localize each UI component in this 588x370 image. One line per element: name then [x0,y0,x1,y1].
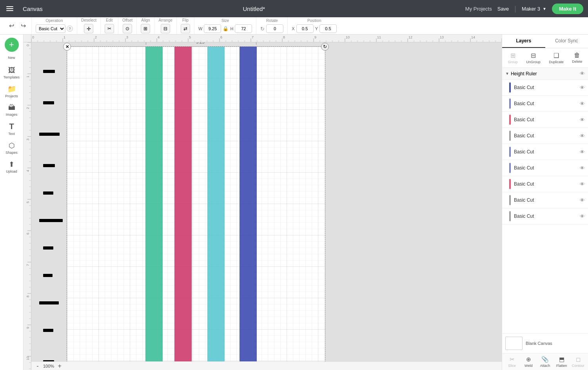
flatten-icon: ⬒ [559,356,564,363]
tab-color-sync[interactable]: Color Sync [545,35,588,48]
offset-button[interactable]: ⊙ [123,24,132,33]
layer-eye-icon[interactable]: 👁 [580,101,585,107]
layer-name: Basic Cut [514,181,577,187]
doc-title: Untitled* [49,5,459,12]
operation-select[interactable]: Basic Cut [36,24,65,33]
layer-eye-icon[interactable]: 👁 [580,197,585,203]
canvas-area[interactable]: 012345678910111213141516 01234567891011 … [24,35,502,370]
layer-eye-icon[interactable]: 👁 [580,117,585,123]
sidebar-item-upload[interactable]: ⬆ Upload [1,158,22,175]
layer-eye-icon[interactable]: 👁 [580,149,585,155]
layer-item[interactable]: Basic Cut 👁 [502,176,588,192]
svg-rect-0 [31,35,502,42]
bar-cyan [207,47,225,361]
redo-button[interactable]: ↪ [18,21,28,31]
layer-eye-icon[interactable]: 👁 [580,213,585,219]
svg-rect-103 [24,42,31,370]
svg-text:10: 10 [26,356,30,360]
zoom-in-button[interactable]: + [56,363,63,369]
weld-icon: ⊕ [526,356,531,363]
svg-text:7: 7 [26,264,30,266]
group-tool[interactable]: ⊞ Group [506,51,520,65]
sidebar-item-templates[interactable]: 🖼 Templates [1,64,22,81]
new-button[interactable]: + [5,38,19,52]
layers-container: ▼ Height Ruler 👁 Basic Cut 👁 Basic Cut 👁… [502,68,588,333]
layer-item[interactable]: Basic Cut 👁 [502,80,588,96]
flip-button[interactable]: ⇄ [181,24,190,33]
layer-eye-icon[interactable]: 👁 [580,165,585,171]
layer-item[interactable]: Basic Cut 👁 [502,144,588,160]
layer-item[interactable]: Basic Cut 👁 [502,112,588,128]
layer-eye-icon[interactable]: 👁 [580,133,585,139]
width-label: W [198,26,202,31]
panel-toolbar: ⊞ Group ⊟ UnGroup ❑ Duplicate 🗑 Delete [502,48,588,68]
align-label: Align [141,18,150,22]
deselect-button[interactable]: ✛ [84,24,93,33]
layer-item[interactable]: Basic Cut 👁 [502,208,588,224]
images-icon: 🏔 [8,104,15,112]
layer-group-chevron: ▼ [505,71,509,76]
duplicate-tool[interactable]: ❑ Duplicate [546,51,566,65]
save-button[interactable]: Save [497,6,509,12]
operation-help[interactable]: ? [67,26,73,32]
my-projects-link[interactable]: My Projects [465,6,492,12]
edit-button[interactable]: ✂ [105,24,114,33]
arrange-button[interactable]: ⊟ [161,24,170,33]
svg-text:3: 3 [126,35,128,39]
tab-layers[interactable]: Layers [502,35,545,48]
attach-tool[interactable]: 📎 Attach [538,356,552,368]
rotate-icon: ↻ [260,26,265,32]
svg-text:0: 0 [26,44,30,46]
flatten-tool[interactable]: ⬒ Flatten [555,356,568,368]
height-input[interactable] [235,24,252,33]
upload-label: Upload [6,170,17,173]
zoom-out-button[interactable]: - [34,363,41,369]
sidebar-item-images[interactable]: 🏔 Images [1,102,22,118]
svg-text:13: 13 [440,35,444,39]
group-label: Group [508,60,518,64]
arrange-label: Arrange [158,18,172,22]
rotate-input[interactable] [266,24,283,33]
y-input[interactable] [319,24,337,33]
canvas-scroll[interactable]: | | 9.25" ✕ ↻ [31,42,502,361]
layer-group-eye[interactable]: 👁 [580,71,585,77]
ungroup-tool[interactable]: ⊟ UnGroup [524,51,543,65]
slice-tool[interactable]: ✂ Slice [505,356,519,368]
sidebar-item-projects[interactable]: 📁 Projects [1,83,22,100]
position-label: Position [307,18,321,23]
undo-redo-section: ↩ ↪ [3,17,32,34]
layer-group-header[interactable]: ▼ Height Ruler 👁 [502,68,588,80]
svg-text:8: 8 [26,295,30,297]
machine-select[interactable]: Maker 3 ▼ [522,6,546,12]
make-it-button[interactable]: Make It [552,4,583,14]
svg-text:3: 3 [26,139,30,140]
duplicate-icon: ❑ [554,52,559,59]
layer-eye-icon[interactable]: 👁 [580,85,585,91]
undo-button[interactable]: ↩ [6,21,16,31]
sidebar-item-shapes[interactable]: ⬡ Shapes [1,139,22,157]
delete-icon: 🗑 [574,52,580,59]
weld-tool[interactable]: ⊕ Weld [522,356,535,368]
svg-text:12: 12 [408,35,412,39]
bar-pink [174,47,192,361]
projects-label: Projects [5,94,18,98]
align-section: Align ⊞ [137,17,154,34]
x-input[interactable] [296,24,314,33]
layer-item[interactable]: Basic Cut 👁 [502,128,588,144]
layer-item[interactable]: Basic Cut 👁 [502,96,588,112]
layer-eye-icon[interactable]: 👁 [580,181,585,187]
layer-item[interactable]: Basic Cut 👁 [502,160,588,176]
layer-item[interactable]: Basic Cut 👁 [502,192,588,208]
layer-name: Basic Cut [514,149,577,155]
hamburger-btn[interactable] [5,5,15,13]
sidebar-item-text[interactable]: T Text [1,120,22,138]
position-section: Position X Y [288,17,341,34]
close-handle[interactable]: ✕ [63,43,71,51]
contour-tool[interactable]: ◻ Contour [572,356,585,368]
svg-text:5: 5 [26,201,30,203]
svg-text:10: 10 [346,35,350,39]
rotate-handle[interactable]: ↻ [321,43,329,51]
delete-tool[interactable]: 🗑 Delete [570,51,584,65]
width-input[interactable] [204,24,221,33]
align-button[interactable]: ⊞ [141,24,150,33]
